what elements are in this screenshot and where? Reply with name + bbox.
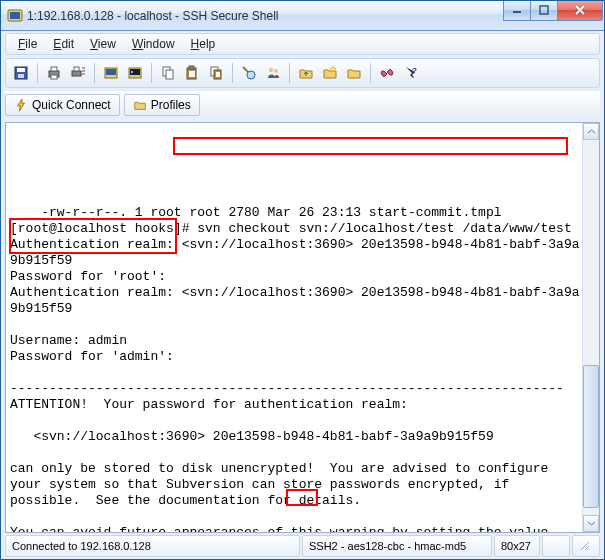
terminal-line: ATTENTION! Your password for authenticat… <box>10 397 408 412</box>
people-icon <box>265 65 281 81</box>
save-button[interactable] <box>10 62 32 84</box>
quick-connect-bar: Quick Connect Profiles <box>5 91 600 119</box>
terminal-line: You can avoid future appearances of this… <box>10 525 548 532</box>
terminal-line: -rw-r--r--. 1 root root 2780 Mar 26 23:1… <box>41 205 501 220</box>
svg-point-24 <box>247 71 255 79</box>
minimize-button[interactable] <box>503 1 531 21</box>
maximize-button[interactable] <box>530 1 558 21</box>
svg-rect-1 <box>10 12 20 19</box>
terminal-container: -rw-r--r--. 1 root root 2780 Mar 26 23:1… <box>5 122 600 533</box>
terminal-line: ----------------------------------------… <box>10 381 564 396</box>
menu-file[interactable]: File <box>10 35 45 53</box>
status-protocol: SSH2 - aes128-cbc - hmac-md5 <box>302 535 492 557</box>
terminal-button[interactable] <box>124 62 146 84</box>
terminal-line: Authentication realm: <svn://localhost:3… <box>10 285 580 316</box>
folder-new-icon <box>322 65 338 81</box>
folder-icon <box>346 65 362 81</box>
menu-edit[interactable]: Edit <box>45 35 82 53</box>
clipboard-icon <box>208 65 224 81</box>
status-bar: Connected to 192.168.0.128 SSH2 - aes128… <box>5 535 600 557</box>
svg-rect-3 <box>540 6 548 14</box>
svg-rect-8 <box>51 67 57 71</box>
quick-connect-label: Quick Connect <box>32 98 111 112</box>
highlight-box <box>173 137 568 155</box>
lightning-icon <box>14 98 28 112</box>
toolbar-separator <box>151 63 152 83</box>
terminal-line: Password for 'admin': <box>10 349 174 364</box>
svg-rect-5 <box>17 68 25 72</box>
print-icon <box>46 65 62 81</box>
copy-button[interactable] <box>157 62 179 84</box>
scroll-up-button[interactable] <box>583 123 599 140</box>
status-connected: Connected to 192.168.0.128 <box>5 535 300 557</box>
find-button[interactable] <box>238 62 260 84</box>
terminal-line: your system so that Subversion can store… <box>10 477 509 492</box>
menu-bar: File Edit View Window Help <box>5 33 600 55</box>
resize-grip-icon <box>579 540 591 552</box>
svg-rect-17 <box>166 70 173 79</box>
window-title: 1:192.168.0.128 - localhost - SSH Secure… <box>27 9 504 23</box>
svg-point-26 <box>274 69 278 73</box>
print-button[interactable] <box>43 62 65 84</box>
status-size: 80x27 <box>494 535 540 557</box>
help-context-button[interactable]: ? <box>400 62 422 84</box>
paste-icon <box>184 65 200 81</box>
svg-rect-6 <box>18 74 24 78</box>
menu-window[interactable]: Window <box>124 35 183 53</box>
toolbar: ? <box>5 58 600 88</box>
folder-icon <box>133 98 147 112</box>
svg-point-25 <box>269 68 273 72</box>
svg-rect-10 <box>72 71 81 76</box>
chevron-up-icon <box>587 127 596 136</box>
toolbar-separator <box>232 63 233 83</box>
scroll-down-button[interactable] <box>583 515 599 532</box>
chevron-down-icon <box>587 519 596 528</box>
terminal-line: Authentication realm: <svn://localhost:3… <box>10 237 580 268</box>
folder-up-button[interactable] <box>295 62 317 84</box>
print-preview-button[interactable] <box>67 62 89 84</box>
terminal-line: <svn://localhost:3690> 20e13598-b948-4b8… <box>10 429 494 444</box>
svg-rect-2 <box>513 11 521 13</box>
terminal-line: [root@localhost hooks]# svn checkout svn… <box>10 221 572 236</box>
window-controls <box>504 1 603 21</box>
scroll-thumb[interactable] <box>583 365 599 508</box>
open-folder-button[interactable] <box>343 62 365 84</box>
paste-button[interactable] <box>181 62 203 84</box>
printer-list-icon <box>70 65 86 81</box>
profiles-button[interactable]: Profiles <box>124 94 200 116</box>
menu-view[interactable]: View <box>82 35 124 53</box>
disconnect-button[interactable] <box>376 62 398 84</box>
toolbar-separator <box>289 63 290 83</box>
toolbar-separator <box>37 63 38 83</box>
new-session-button[interactable] <box>100 62 122 84</box>
close-icon <box>574 4 586 16</box>
terminal-icon <box>127 65 143 81</box>
app-window: 1:192.168.0.128 - localhost - SSH Secure… <box>0 0 605 560</box>
new-folder-button[interactable] <box>319 62 341 84</box>
terminal-line: can only be stored to disk unencrypted! … <box>10 461 548 476</box>
quick-connect-button[interactable]: Quick Connect <box>5 94 120 116</box>
terminal-line: Username: admin <box>10 333 127 348</box>
terminal-line: Password for 'root': <box>10 269 166 284</box>
menu-help[interactable]: Help <box>183 35 224 53</box>
terminal-output[interactable]: -rw-r--r--. 1 root root 2780 Mar 26 23:1… <box>6 123 582 532</box>
scroll-track[interactable] <box>583 140 599 515</box>
maximize-icon <box>539 5 549 15</box>
find-icon <box>241 65 257 81</box>
close-button[interactable] <box>557 1 603 21</box>
svg-rect-15 <box>130 69 140 75</box>
save-icon <box>13 65 29 81</box>
clipboard-button[interactable] <box>205 62 227 84</box>
folder-up-icon <box>298 65 314 81</box>
svg-rect-20 <box>189 71 195 77</box>
status-slot-2 <box>572 535 600 557</box>
connect-button[interactable] <box>262 62 284 84</box>
svg-rect-23 <box>216 72 220 77</box>
svg-rect-19 <box>189 66 194 69</box>
help-context-icon: ? <box>403 65 419 81</box>
new-session-icon <box>103 65 119 81</box>
svg-text:?: ? <box>412 66 417 75</box>
svg-rect-13 <box>106 69 116 75</box>
vertical-scrollbar[interactable] <box>582 123 599 532</box>
toolbar-separator <box>370 63 371 83</box>
